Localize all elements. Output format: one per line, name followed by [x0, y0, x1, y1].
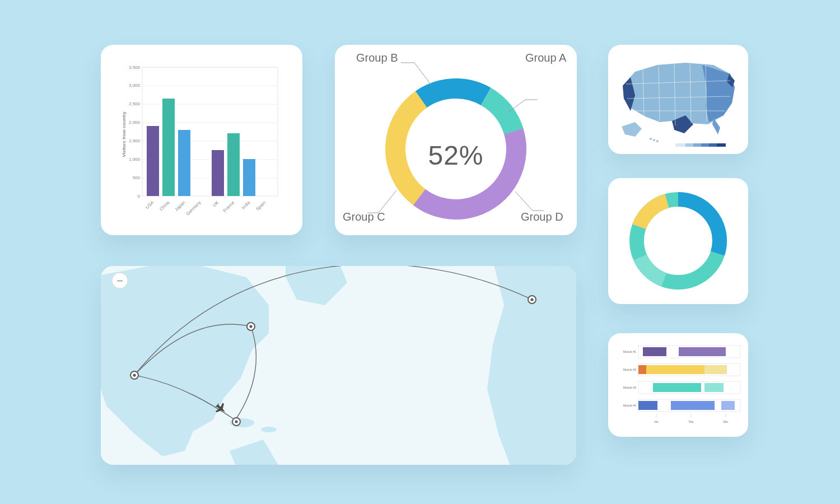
- svg-text:3,500: 3,500: [129, 65, 141, 70]
- svg-text:USA: USA: [144, 200, 155, 210]
- card-group-donut: 52% Group A Group B Group C Group D: [335, 45, 577, 235]
- svg-text:Mar: Mar: [724, 420, 729, 423]
- svg-rect-16: [147, 126, 159, 196]
- svg-point-80: [235, 420, 237, 423]
- donut-label-d: Group D: [521, 211, 563, 223]
- small-donut-chart: [608, 178, 748, 304]
- svg-point-82: [530, 298, 533, 301]
- svg-rect-21: [243, 159, 255, 196]
- svg-text:500: 500: [133, 175, 141, 180]
- svg-point-37: [656, 140, 659, 142]
- svg-rect-17: [162, 99, 175, 196]
- svg-text:0: 0: [138, 194, 141, 199]
- svg-rect-65: [721, 401, 735, 410]
- svg-rect-57: [679, 347, 726, 356]
- donut-label-b: Group B: [356, 52, 398, 64]
- svg-text:3,000: 3,000: [129, 83, 141, 88]
- svg-text:Germany: Germany: [185, 200, 202, 217]
- svg-rect-64: [671, 401, 715, 410]
- svg-rect-41: [701, 143, 709, 147]
- svg-text:1,000: 1,000: [129, 157, 141, 162]
- svg-text:Japan: Japan: [174, 200, 186, 212]
- dashboard-stage: 0 500 1,000 1,500 2,000 2,500 3,000 3,50…: [0, 0, 840, 504]
- card-module-timeline: Module #1 Module #2 Module #3 Module #4: [608, 333, 748, 437]
- card-world-flight-map: –: [101, 266, 576, 465]
- svg-rect-20: [227, 133, 240, 196]
- svg-text:Spain: Spain: [255, 200, 267, 212]
- svg-rect-42: [709, 143, 717, 147]
- svg-point-74: [261, 427, 277, 432]
- world-flight-map[interactable]: –: [101, 266, 576, 465]
- svg-rect-43: [717, 143, 726, 147]
- donut-center-value: 52%: [335, 140, 577, 171]
- svg-text:2,500: 2,500: [129, 101, 141, 106]
- bar-series: [147, 99, 255, 196]
- card-visitors-bar-chart: 0 500 1,000 1,500 2,000 2,500 3,000 3,50…: [101, 45, 302, 235]
- svg-rect-60: [704, 365, 727, 374]
- svg-text:India: India: [241, 200, 251, 211]
- bar-ylabel: Visitors from country: [122, 111, 127, 157]
- svg-text:Jan: Jan: [654, 420, 659, 423]
- zoom-out-button[interactable]: –: [112, 273, 128, 288]
- svg-text:Module #4: Module #4: [623, 404, 637, 407]
- svg-point-76: [133, 374, 136, 376]
- svg-text:Module #1: Module #1: [623, 350, 637, 353]
- svg-rect-39: [685, 143, 693, 147]
- svg-rect-19: [212, 150, 224, 196]
- svg-text:China: China: [158, 200, 171, 212]
- svg-text:France: France: [222, 200, 235, 213]
- svg-point-35: [650, 138, 652, 140]
- svg-rect-40: [693, 143, 701, 147]
- visitors-bar-chart: 0 500 1,000 1,500 2,000 2,500 3,000 3,50…: [101, 45, 302, 235]
- card-small-donut: [608, 178, 748, 304]
- svg-rect-62: [704, 383, 724, 392]
- svg-text:Feb: Feb: [689, 420, 694, 423]
- svg-point-78: [249, 325, 252, 328]
- svg-text:UK: UK: [212, 200, 220, 208]
- svg-rect-63: [638, 401, 657, 410]
- card-us-choropleth: [608, 45, 748, 154]
- svg-text:2,000: 2,000: [129, 120, 141, 125]
- module-timeline-chart: Module #1 Module #2 Module #3 Module #4: [608, 333, 748, 437]
- svg-text:–: –: [117, 274, 123, 286]
- svg-text:Module #2: Module #2: [623, 368, 637, 371]
- svg-rect-61: [653, 383, 701, 392]
- svg-rect-58: [638, 365, 646, 374]
- svg-rect-18: [178, 130, 190, 196]
- us-choropleth-map: [608, 45, 748, 154]
- svg-text:1,500: 1,500: [129, 138, 141, 143]
- donut-label-c: Group C: [343, 211, 385, 223]
- donut-label-a: Group A: [525, 52, 566, 64]
- svg-rect-59: [646, 365, 704, 374]
- svg-text:Module #3: Module #3: [623, 386, 637, 389]
- svg-rect-56: [643, 347, 666, 356]
- svg-point-36: [653, 139, 655, 141]
